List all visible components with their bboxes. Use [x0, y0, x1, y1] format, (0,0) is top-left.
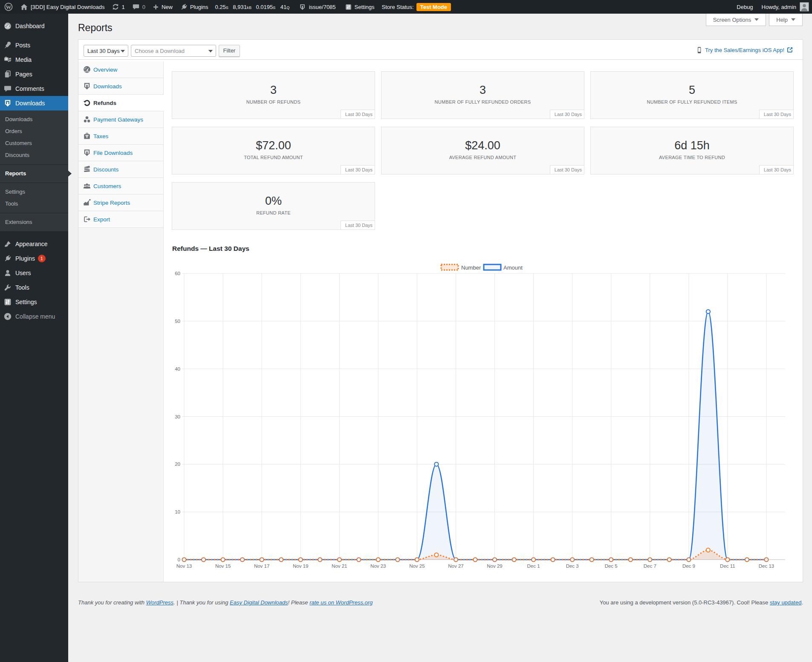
svg-text:W: W	[6, 4, 12, 10]
